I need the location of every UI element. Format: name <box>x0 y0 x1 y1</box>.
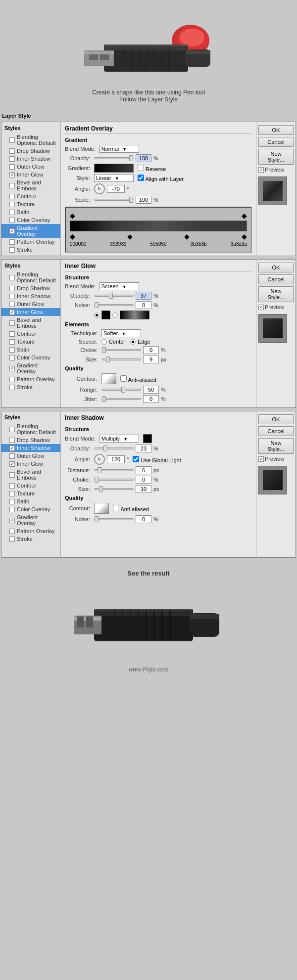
style-bevel-3[interactable]: Bevel and Emboss <box>1 468 60 482</box>
style-gradient-overlay-1[interactable]: Gradient Overlay <box>1 224 60 238</box>
ig-choke-input[interactable] <box>143 346 159 354</box>
is-anti-aliased-checkbox[interactable] <box>113 505 119 511</box>
style-blending-options-3[interactable]: Blending Options: Default <box>1 422 60 436</box>
is-preview-label[interactable]: Preview <box>258 456 294 462</box>
stop-b1[interactable]: ◆ <box>70 232 75 240</box>
checkbox-gradient-overlay-1[interactable] <box>9 228 15 234</box>
style-blending-options-2[interactable]: Blending Options: Default <box>1 270 60 284</box>
checkbox-pattern-overlay-1[interactable] <box>9 239 15 245</box>
reverse-label[interactable]: Reverse <box>138 165 166 172</box>
style-outer-glow-3[interactable]: Outer Glow <box>1 452 60 460</box>
cb-stroke-2[interactable] <box>9 385 15 390</box>
ig-opacity-slider[interactable] <box>94 295 134 297</box>
ig-range-input[interactable] <box>143 386 159 394</box>
ig-opacity-thumb[interactable] <box>109 293 113 299</box>
style-dropdown[interactable]: Linear ▼ <box>94 174 134 182</box>
cb-inner-shadow-2[interactable] <box>9 294 15 299</box>
checkbox-blending-1[interactable] <box>9 137 15 143</box>
cb-contour-2[interactable] <box>9 331 15 337</box>
cb-satin-2[interactable] <box>9 347 15 353</box>
cb-texture-3[interactable] <box>9 491 15 496</box>
gradient-cancel-button[interactable]: Cancel <box>258 137 294 147</box>
ig-preview-checkbox[interactable] <box>258 305 264 310</box>
ig-jitter-slider[interactable] <box>101 398 141 400</box>
ig-noise-slider[interactable] <box>94 304 134 306</box>
cb-satin-3[interactable] <box>9 499 15 504</box>
ig-source-center[interactable] <box>101 339 107 345</box>
gradient-bar[interactable] <box>70 221 247 231</box>
cb-outer-glow-2[interactable] <box>9 302 15 307</box>
ig-source-edge[interactable] <box>130 339 136 345</box>
style-color-overlay-2[interactable]: Color Overlay <box>1 354 60 361</box>
is-anti-aliased-label[interactable]: Anti-aliased <box>113 505 149 512</box>
style-inner-shadow-3[interactable]: Inner Shadow <box>1 444 60 452</box>
cb-inner-glow-2[interactable] <box>9 310 15 315</box>
ig-noise-thumb[interactable] <box>95 302 99 308</box>
angle-dial[interactable]: ↻ <box>94 183 105 194</box>
cb-drop-shadow-3[interactable] <box>9 438 15 443</box>
stop-b2[interactable]: ◆ <box>127 232 133 240</box>
style-gradient-overlay-3[interactable]: Gradient Overlay <box>1 513 60 527</box>
cb-pattern-overlay-2[interactable] <box>9 377 15 382</box>
ig-preview-label[interactable]: Preview <box>258 304 294 310</box>
is-opacity-slider[interactable] <box>94 447 134 449</box>
style-contour-3[interactable]: Contour <box>1 482 60 490</box>
gradient-swatch[interactable] <box>94 164 134 173</box>
style-stroke-2[interactable]: Stroke <box>1 383 60 391</box>
cb-stroke-3[interactable] <box>9 536 15 542</box>
ig-color-swatch[interactable] <box>101 311 110 319</box>
gradient-new-style-button[interactable]: New Style... <box>258 149 294 165</box>
is-global-light-checkbox[interactable] <box>133 456 139 462</box>
stop-marker-2[interactable]: ◆ <box>242 212 247 220</box>
align-layer-label[interactable]: Align with Layer <box>138 175 184 182</box>
checkbox-contour-1[interactable] <box>9 194 15 199</box>
cb-contour-3[interactable] <box>9 483 15 489</box>
ig-new-style-button[interactable]: New Style... <box>258 286 294 302</box>
ig-cancel-button[interactable]: Cancel <box>258 274 294 284</box>
is-angle-dial[interactable]: ↻ <box>94 454 105 465</box>
cb-color-overlay-3[interactable] <box>9 507 15 512</box>
ig-range-slider[interactable] <box>101 389 141 391</box>
is-size-input[interactable] <box>136 485 151 493</box>
style-texture-2[interactable]: Texture <box>1 338 60 346</box>
is-size-thumb[interactable] <box>99 486 103 492</box>
style-contour-1[interactable]: Contour <box>1 192 60 200</box>
checkbox-drop-shadow-1[interactable] <box>9 148 15 154</box>
style-bevel-1[interactable]: Bevel and Emboss <box>1 178 60 192</box>
cb-gradient-overlay-3[interactable] <box>9 518 15 523</box>
blend-mode-dropdown[interactable]: Normal ▼ <box>99 145 139 153</box>
is-noise-input[interactable] <box>136 515 151 523</box>
ig-blend-mode-dropdown[interactable]: Screen ▼ <box>99 282 139 290</box>
gradient-preview-label[interactable]: Preview <box>258 167 294 173</box>
is-contour-preview[interactable] <box>94 503 109 514</box>
checkbox-color-overlay-1[interactable] <box>9 218 15 223</box>
ig-size-thumb[interactable] <box>106 356 110 362</box>
cb-blending-3[interactable] <box>9 427 15 432</box>
ig-gradient-swatch[interactable] <box>120 311 149 319</box>
scale-thumb[interactable] <box>129 197 133 203</box>
scale-input[interactable] <box>136 196 151 204</box>
style-pattern-overlay-3[interactable]: Pattern Overlay <box>1 527 60 535</box>
is-opacity-thumb[interactable] <box>103 445 107 451</box>
ig-choke-thumb[interactable] <box>102 347 106 353</box>
cb-inner-shadow-3[interactable] <box>9 445 15 451</box>
is-choke-slider[interactable] <box>94 479 134 481</box>
angle-input[interactable] <box>107 185 125 193</box>
is-preview-checkbox[interactable] <box>258 456 264 462</box>
ig-opacity-input[interactable] <box>136 292 151 300</box>
reverse-checkbox[interactable] <box>138 165 144 171</box>
cb-blending-2[interactable] <box>9 275 15 280</box>
style-satin-3[interactable]: Satin <box>1 497 60 505</box>
ig-ok-button[interactable]: OK <box>258 263 294 272</box>
opacity-input[interactable] <box>136 154 151 162</box>
ig-contour-preview[interactable] <box>101 373 116 384</box>
style-inner-glow-3[interactable]: Inner Glow <box>1 460 60 468</box>
is-opacity-input[interactable] <box>136 445 151 452</box>
checkbox-stroke-1[interactable] <box>9 247 15 253</box>
cb-bevel-3[interactable] <box>9 472 15 478</box>
checkbox-inner-shadow-1[interactable] <box>9 156 15 162</box>
is-size-slider[interactable] <box>94 488 134 490</box>
cb-bevel-2[interactable] <box>9 320 15 326</box>
is-cancel-button[interactable]: Cancel <box>258 426 294 436</box>
cb-texture-2[interactable] <box>9 339 15 345</box>
